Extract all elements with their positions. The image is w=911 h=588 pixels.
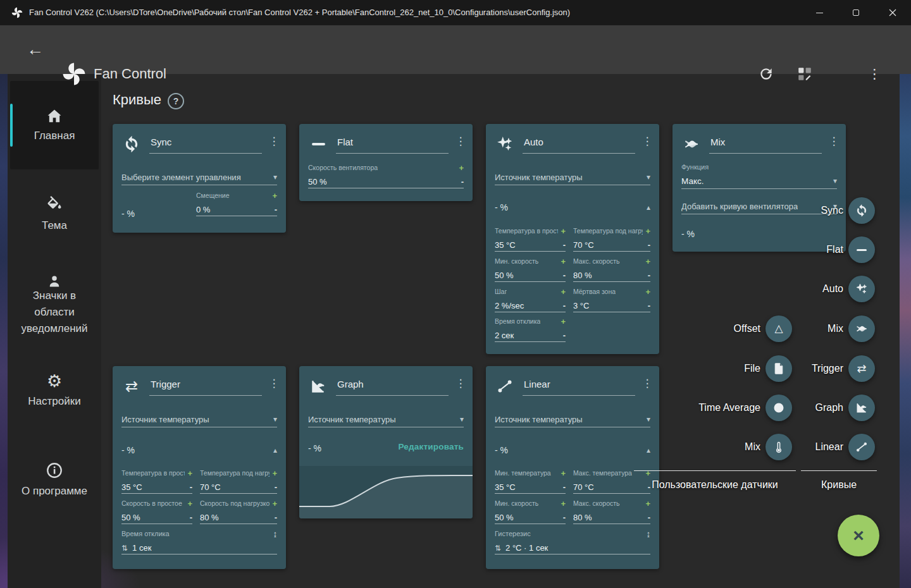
add-fan-curve-select[interactable]: Добавить кривую вентилятора ▾ [681, 199, 837, 214]
collapse-button[interactable]: ▴ [647, 446, 650, 455]
increment-button[interactable]: + [645, 287, 650, 297]
back-button[interactable]: ← [27, 39, 44, 59]
card-menu-button[interactable]: ⋮ [828, 134, 840, 149]
close-button[interactable] [874, 0, 911, 25]
decrement-button[interactable]: - [275, 513, 277, 522]
increment-button[interactable]: + [561, 317, 566, 326]
increment-button[interactable]: + [561, 257, 566, 266]
field-value[interactable]: 70 °C [573, 482, 594, 492]
field-value[interactable]: 35 °C [495, 482, 516, 492]
card-menu-button[interactable]: ⋮ [455, 376, 466, 391]
graph-preview[interactable] [299, 466, 473, 518]
card-menu-button[interactable]: ⋮ [268, 134, 280, 149]
card-menu-button[interactable]: ⋮ [641, 134, 653, 149]
fab-add-auto-button[interactable] [848, 276, 875, 302]
increment-button[interactable]: + [645, 226, 650, 236]
fab-add-file-button[interactable] [765, 355, 792, 382]
field-value[interactable]: 80 % [573, 271, 592, 280]
card-menu-button[interactable]: ⋮ [268, 376, 280, 391]
field-value[interactable]: 3 °C [573, 301, 589, 310]
increment-button[interactable]: + [272, 499, 277, 508]
temperature-source-select[interactable]: Источник температуры ▾ [495, 412, 650, 427]
card-menu-button[interactable]: ⋮ [641, 376, 653, 391]
field-value[interactable]: 35 °C [121, 482, 142, 492]
control-select[interactable]: Выберите элемент управления ▾ [121, 169, 277, 185]
field-value[interactable]: 50 % [121, 513, 140, 522]
field-value[interactable]: 35 °C [495, 240, 516, 250]
field-value[interactable]: 2 сек [495, 331, 514, 340]
refresh-button[interactable] [758, 66, 774, 82]
temperature-source-select[interactable]: Источник температуры ▾ [495, 169, 650, 185]
field-value[interactable]: 1 сек [132, 543, 151, 553]
unfold-icon[interactable]: ↨ [647, 529, 651, 539]
field-value[interactable]: 50 % [495, 513, 514, 522]
decrement-button[interactable]: - [563, 240, 566, 250]
curve-title-field[interactable]: Graph [336, 376, 449, 396]
function-select[interactable]: Макс. ▾ [681, 173, 837, 189]
edit-graph-button[interactable]: Редактировать [398, 442, 464, 455]
decrement-button[interactable]: - [275, 482, 277, 492]
field-value[interactable]: 2 %/sec [495, 301, 524, 310]
decrement-button[interactable]: - [563, 331, 566, 340]
curve-title-field[interactable]: Mix [709, 134, 822, 154]
field-value[interactable]: 80 % [200, 513, 219, 522]
card-menu-button[interactable]: ⋮ [455, 134, 466, 149]
field-value[interactable]: 50 % [308, 177, 327, 187]
fab-close-button[interactable]: × [838, 515, 879, 556]
increment-button[interactable]: + [187, 469, 192, 478]
field-value[interactable]: 70 °C [200, 482, 221, 492]
fab-add-sync-button[interactable] [848, 197, 875, 224]
fab-add-linear-button[interactable] [848, 434, 875, 460]
unfold-icon[interactable]: ↨ [273, 529, 278, 539]
decrement-button[interactable]: - [648, 240, 650, 250]
field-value[interactable]: 50 % [495, 271, 514, 280]
fab-add-mix-sensor-button[interactable] [765, 434, 792, 460]
increment-button[interactable]: + [561, 499, 566, 508]
decrement-button[interactable]: - [563, 513, 566, 522]
curve-title-field[interactable]: Auto [523, 134, 635, 154]
increment-button[interactable]: + [272, 469, 277, 478]
increment-button[interactable]: + [561, 469, 566, 478]
temperature-source-select[interactable]: Источник температуры ▾ [308, 412, 464, 427]
temperature-source-select[interactable]: Источник температуры ▾ [121, 412, 277, 427]
fab-add-mix-button[interactable] [848, 315, 875, 342]
collapse-button[interactable]: ▴ [273, 446, 277, 455]
curve-title-field[interactable]: Trigger [149, 376, 262, 396]
sidebar-item-about[interactable]: О программе [8, 456, 101, 513]
theme-edit-button[interactable] [796, 66, 813, 82]
decrement-button[interactable]: - [648, 271, 650, 280]
sidebar-item-theme[interactable]: Тема [8, 191, 101, 248]
increment-button[interactable]: + [561, 287, 566, 297]
field-value[interactable]: 0 % [196, 205, 210, 214]
increment-button[interactable]: + [272, 191, 277, 200]
decrement-button[interactable]: - [190, 513, 192, 522]
decrement-button[interactable]: - [190, 482, 192, 492]
fab-add-time-average-button[interactable] [765, 395, 792, 421]
increment-button[interactable]: + [645, 257, 650, 266]
sidebar-item-settings[interactable]: ⚙ Настройки [8, 368, 101, 425]
decrement-button[interactable]: - [275, 205, 277, 214]
increment-button[interactable]: + [645, 499, 650, 508]
increment-button[interactable]: + [561, 226, 566, 236]
sidebar-item-tray-icons[interactable]: Значки в области уведомлений [8, 267, 101, 340]
curve-title-field[interactable]: Flat [336, 134, 449, 154]
minimize-button[interactable] [801, 0, 838, 25]
maximize-button[interactable] [838, 0, 874, 25]
fab-add-graph-button[interactable] [848, 395, 875, 421]
help-button[interactable]: ? [168, 93, 184, 109]
decrement-button[interactable]: - [563, 271, 566, 280]
decrement-button[interactable]: - [648, 301, 650, 310]
curve-title-field[interactable]: Sync [149, 134, 262, 154]
field-value[interactable]: 80 % [573, 513, 592, 522]
increment-button[interactable]: + [459, 163, 464, 173]
collapse-button[interactable]: ▴ [647, 203, 650, 212]
decrement-button[interactable]: - [648, 513, 650, 522]
decrement-button[interactable]: - [563, 482, 566, 492]
decrement-button[interactable]: - [563, 301, 566, 310]
decrement-button[interactable]: - [461, 177, 464, 187]
fab-add-offset-button[interactable]: △ [765, 315, 792, 342]
overflow-menu-button[interactable]: ⋮ [868, 66, 878, 82]
fab-add-flat-button[interactable] [848, 236, 875, 263]
fab-add-trigger-button[interactable]: ⇄ [848, 355, 875, 382]
curve-title-field[interactable]: Linear [523, 376, 635, 396]
